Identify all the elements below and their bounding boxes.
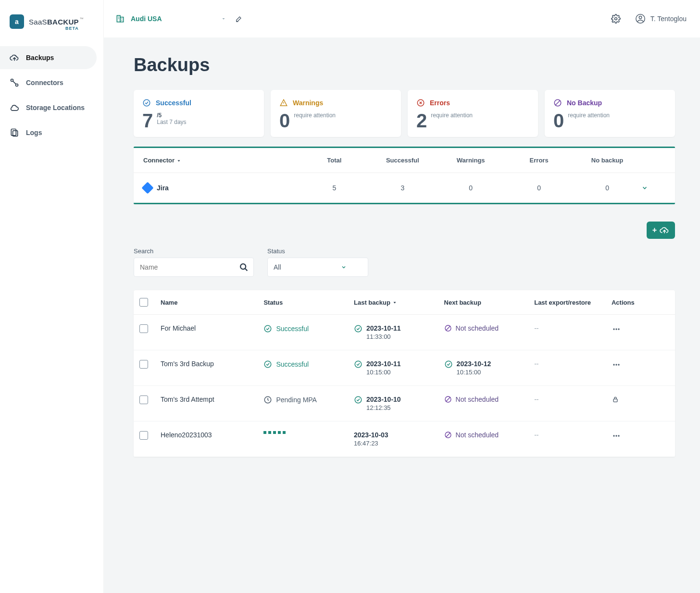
card-title: Successful (156, 99, 191, 107)
connector-row[interactable]: Jira 5 3 0 0 0 (134, 173, 675, 203)
status-select[interactable]: All (267, 258, 368, 277)
svg-point-13 (265, 325, 272, 332)
status-label: Status (267, 247, 368, 255)
row-actions[interactable] (612, 395, 669, 403)
svg-point-17 (615, 328, 617, 330)
col-successful[interactable]: Successful (368, 157, 437, 164)
brand-beta: BETA (65, 26, 79, 31)
row-checkbox[interactable] (139, 324, 148, 333)
check-circle-icon (263, 360, 272, 369)
svg-point-20 (355, 361, 362, 368)
row-last-backup: 2023-10-0316:47:23 (354, 431, 444, 447)
warning-icon (279, 99, 288, 107)
loading-icon (263, 431, 286, 434)
col-export[interactable]: Last export/restore (534, 299, 612, 306)
col-next-backup[interactable]: Next backup (444, 299, 535, 306)
slash-circle-icon (444, 395, 452, 403)
nav-backups[interactable]: Backups (0, 46, 97, 69)
row-next-backup: Not scheduled (444, 324, 535, 332)
row-status: Successful (263, 324, 354, 333)
col-nobackup[interactable]: No backup (573, 157, 641, 164)
svg-point-26 (355, 396, 362, 403)
row-status (263, 431, 354, 434)
svg-rect-2 (11, 129, 16, 136)
cell-warnings: 0 (437, 184, 505, 192)
expand-button[interactable] (641, 185, 665, 191)
svg-point-30 (613, 435, 614, 436)
user-name: T. Tentoglou (650, 15, 687, 23)
row-actions[interactable] (612, 360, 669, 370)
col-total[interactable]: Total (300, 157, 368, 164)
row-last-backup: 2023-10-1111:33:00 (354, 324, 444, 340)
svg-point-12 (240, 264, 246, 269)
card-sub: require attention (431, 112, 473, 119)
row-status: Successful (263, 360, 354, 369)
card-successful[interactable]: Successful 7 /5 Last 7 days (134, 90, 264, 137)
row-checkbox[interactable] (139, 360, 148, 369)
card-value: 7 (142, 111, 153, 130)
user-menu[interactable]: T. Tentoglou (635, 13, 687, 24)
card-sub1: /5 (157, 112, 186, 119)
svg-point-21 (445, 361, 452, 368)
svg-point-24 (618, 364, 619, 365)
plus-icon: + (652, 226, 657, 235)
col-status[interactable]: Status (263, 299, 354, 306)
table-row: Heleno202310032023-10-0316:47:23Not sche… (134, 421, 675, 457)
svg-point-6 (614, 18, 617, 20)
sort-down-icon (392, 300, 397, 305)
cell-nobackup: 0 (573, 184, 641, 192)
col-errors[interactable]: Errors (505, 157, 573, 164)
row-export: -- (534, 360, 612, 368)
row-checkbox[interactable] (139, 431, 148, 440)
select-all-checkbox[interactable] (139, 298, 148, 307)
edit-button[interactable] (235, 15, 243, 23)
row-export: -- (534, 431, 612, 439)
cloud-up-icon (10, 53, 19, 62)
nav-label: Connectors (26, 79, 63, 86)
table-row: Tom's 3rd BackupSuccessful2023-10-1110:1… (134, 350, 675, 386)
search-icon[interactable] (238, 262, 249, 272)
card-nobackup[interactable]: No Backup 0 require attention (545, 90, 675, 137)
nav-logs[interactable]: Logs (0, 121, 97, 144)
card-title: Errors (430, 99, 450, 107)
building-icon (115, 14, 125, 24)
brand-logo: a SaaSBACKUP ™ BETA (0, 9, 103, 46)
svg-point-8 (639, 16, 642, 19)
nav-storage[interactable]: Storage Locations (0, 96, 97, 119)
svg-point-23 (615, 364, 617, 365)
cell-errors: 0 (505, 184, 573, 192)
more-icon (612, 431, 669, 441)
row-checkbox[interactable] (139, 395, 148, 404)
check-circle-icon (142, 99, 151, 107)
brand-mark: a (10, 14, 24, 29)
row-name: Heleno20231003 (161, 431, 263, 439)
col-name[interactable]: Name (161, 299, 263, 306)
card-sub2: Last 7 days (157, 119, 186, 125)
col-last-backup[interactable]: Last backup (354, 299, 444, 306)
clock-icon (263, 395, 272, 404)
card-sub: require attention (568, 112, 610, 119)
main-scroll[interactable]: Backups Successful 7 /5 Last 7 days (104, 37, 700, 593)
col-connector[interactable]: Connector (143, 157, 300, 164)
settings-button[interactable] (611, 14, 621, 24)
brand-prefix: SaaS (29, 18, 47, 26)
check-circle-icon (444, 360, 453, 369)
org-selector[interactable]: Audi USA (115, 14, 226, 24)
add-backup-button[interactable]: + (647, 222, 675, 239)
filter-row: Search Status All (134, 247, 675, 277)
row-actions[interactable] (612, 324, 669, 334)
row-actions[interactable] (612, 431, 669, 441)
card-sub: require attention (294, 112, 336, 119)
card-title: Warnings (293, 99, 323, 107)
card-warnings[interactable]: Warnings 0 require attention (271, 90, 401, 137)
svg-point-18 (618, 328, 619, 330)
chevron-down-icon (221, 16, 226, 22)
topbar: Audi USA T. Tentoglou (104, 0, 700, 37)
table-row: Tom's 3rd AttemptPending MPA2023-10-1012… (134, 386, 675, 421)
col-warnings[interactable]: Warnings (437, 157, 505, 164)
nobackup-icon (553, 99, 562, 107)
card-errors[interactable]: Errors 2 require attention (408, 90, 538, 137)
svg-rect-5 (120, 17, 124, 22)
nav-connectors[interactable]: Connectors (0, 71, 97, 94)
search-input[interactable] (134, 258, 254, 277)
